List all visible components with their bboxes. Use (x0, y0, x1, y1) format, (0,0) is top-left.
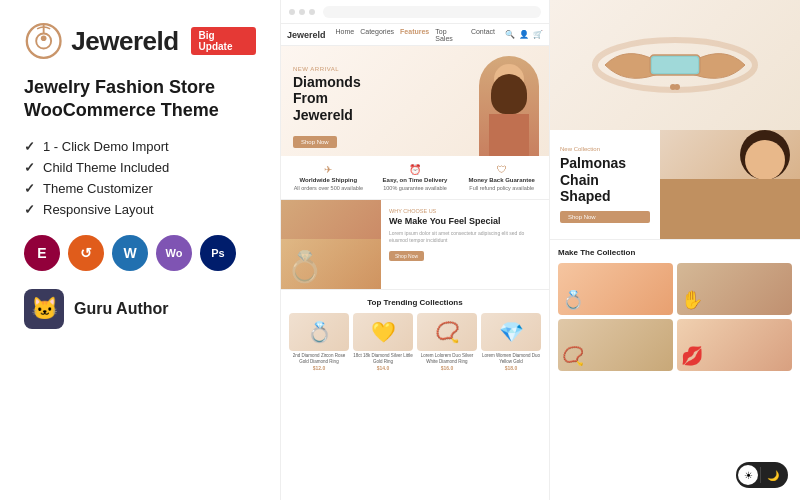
collection-section: Make The Collection 💍 ✋ 📿 💋 (550, 240, 800, 500)
elementor-icon[interactable]: E (24, 235, 60, 271)
trending-section: Top Trending Collections 💍 2nd Diamond Z… (281, 290, 549, 375)
shipping-title: Worldwide Shipping (300, 177, 358, 183)
collection-item-1[interactable]: 💍 (558, 263, 673, 315)
title-block: Jewelry Fashion Store WooCommerce Theme (24, 76, 256, 123)
collection-grid: 💍 ✋ 📿 💋 (558, 263, 792, 371)
hero-model-image (479, 56, 539, 156)
browser-dot-3 (309, 9, 315, 15)
woocommerce-icon[interactable]: Wo (156, 235, 192, 271)
browser-dot-1 (289, 9, 295, 15)
feature-label-4: Responsive Layout (43, 202, 154, 217)
palmonas-face (745, 140, 785, 180)
palmonas-section: New Collection PalmonasChainShaped Shop … (550, 130, 800, 240)
guru-label: Guru Author (74, 300, 169, 318)
feature-item-1: ✓ 1 - Click Demo Import (24, 139, 256, 154)
cart-icon[interactable]: 🛒 (533, 30, 543, 39)
left-panel: Jewereld Big Update Jewelry Fashion Stor… (0, 0, 280, 500)
model-hair (491, 74, 527, 114)
user-icon[interactable]: 👤 (519, 30, 529, 39)
nav-logo: Jewereld (287, 30, 326, 40)
photoshop-icon[interactable]: Ps (200, 235, 236, 271)
nav-categories[interactable]: Categories (360, 28, 394, 42)
right-panel: New Collection PalmonasChainShaped Shop … (550, 0, 800, 500)
nav-features-active[interactable]: Features (400, 28, 429, 42)
browser-content: New Arrival DiamondsFromJewereld Shop No… (281, 46, 549, 500)
trending-item-3[interactable]: 📿 Lorem Lolorem Duo Silver White Diamond… (417, 313, 477, 371)
hero-subtitle: New Arrival (293, 66, 361, 72)
dark-mode-option[interactable]: 🌙 (763, 465, 783, 485)
feel-section: 💍 Why Choose Us We Make You Feel Special… (281, 200, 549, 290)
logo-row: Jewereld Big Update (24, 20, 256, 62)
palmonas-text: New Collection PalmonasChainShaped Shop … (550, 130, 660, 239)
right-bottom: New Collection PalmonasChainShaped Shop … (550, 130, 800, 500)
check-icon-1: ✓ (24, 139, 35, 154)
shipping-icon: ✈ (324, 164, 332, 175)
moon-icon: 🌙 (767, 470, 779, 481)
hero-section: New Arrival DiamondsFromJewereld Shop No… (281, 46, 549, 156)
trending-img-2: 💛 (353, 313, 413, 351)
check-icon-3: ✓ (24, 181, 35, 196)
browser-dot-2 (299, 9, 305, 15)
light-mode-option[interactable]: ☀ (738, 465, 758, 485)
feel-image: 💍 (281, 200, 381, 289)
feature-shipping: ✈ Worldwide Shipping All orders over 500… (287, 164, 370, 191)
features-strip: ✈ Worldwide Shipping All orders over 500… (281, 156, 549, 200)
guarantee-title: Money Back Guarantee (469, 177, 535, 183)
collection-emoji-3: 📿 (562, 345, 584, 367)
trending-price-3: $16.0 (417, 365, 477, 371)
palmonas-model-image (660, 130, 800, 239)
tech-icons-row: E ↺ W Wo Ps (24, 235, 256, 271)
hero-title: DiamondsFromJewereld (293, 74, 361, 124)
wordpress-icon[interactable]: W (112, 235, 148, 271)
dark-mode-toggle[interactable]: ☀ 🌙 (736, 462, 788, 488)
delivery-title: Easy, on Time Delivery (383, 177, 448, 183)
nav-contact[interactable]: Contact (471, 28, 495, 42)
collection-title: Make The Collection (558, 248, 792, 257)
browser-nav: Jewereld Home Categories Features Top Sa… (281, 24, 549, 46)
trending-price-4: $18.0 (481, 365, 541, 371)
trending-img-1: 💍 (289, 313, 349, 351)
logo-text: Jewereld (71, 26, 178, 57)
trending-item-4[interactable]: 💎 Lorem Women Diamond Duo Yellow Gold $1… (481, 313, 541, 371)
feel-subtitle: Why Choose Us (389, 208, 541, 214)
nav-links: Home Categories Features Top Sales Conta… (336, 28, 495, 42)
feature-delivery: ⏰ Easy, on Time Delivery 100% guarantee … (374, 164, 457, 191)
trending-img-4: 💎 (481, 313, 541, 351)
feature-item-2: ✓ Child Theme Included (24, 160, 256, 175)
sun-icon: ☀ (744, 470, 753, 481)
feature-label-1: 1 - Click Demo Import (43, 139, 169, 154)
big-update-badge: Big Update (191, 27, 256, 55)
browser-bar (281, 0, 549, 24)
nav-home[interactable]: Home (336, 28, 355, 42)
collection-item-2[interactable]: ✋ (677, 263, 792, 315)
features-list: ✓ 1 - Click Demo Import ✓ Child Theme In… (24, 139, 256, 217)
feature-item-3: ✓ Theme Customizer (24, 181, 256, 196)
trending-name-2: 18ct 18k Diamond Silver Little Gold Ring (353, 353, 413, 365)
collection-item-4[interactable]: 💋 (677, 319, 792, 371)
middle-panel: Jewereld Home Categories Features Top Sa… (280, 0, 550, 500)
feel-shop-button[interactable]: Shop Now (389, 251, 424, 261)
nav-topsales[interactable]: Top Sales (435, 28, 465, 42)
bracelet-svg (575, 25, 775, 105)
hero-shop-button[interactable]: Shop Now (293, 136, 337, 148)
trending-item-2[interactable]: 💛 18ct 18k Diamond Silver Little Gold Ri… (353, 313, 413, 371)
trending-name-3: Lorem Lolorem Duo Silver White Diamond R… (417, 353, 477, 365)
guru-row: 🐱 Guru Author (24, 289, 256, 329)
check-icon-2: ✓ (24, 160, 35, 175)
trending-price-1: $12.0 (289, 365, 349, 371)
feature-item-4: ✓ Responsive Layout (24, 202, 256, 217)
trending-item-1[interactable]: 💍 2nd Diamond Zircon Rose Gold Diamond R… (289, 313, 349, 371)
svg-rect-6 (652, 57, 698, 73)
toggle-separator (760, 467, 761, 483)
hero-text-block: New Arrival DiamondsFromJewereld Shop No… (293, 66, 361, 148)
feature-guarantee: 🛡 Money Back Guarantee Full refund polic… (460, 164, 543, 191)
search-icon[interactable]: 🔍 (505, 30, 515, 39)
feature-label-2: Child Theme Included (43, 160, 169, 175)
browser-url-bar (323, 6, 541, 18)
palmonas-subtitle: New Collection (560, 146, 650, 152)
palmonas-shop-button[interactable]: Shop Now (560, 211, 650, 223)
guarantee-icon: 🛡 (497, 164, 507, 175)
customizer-icon[interactable]: ↺ (68, 235, 104, 271)
feel-text: Why Choose Us We Make You Feel Special L… (381, 200, 549, 289)
collection-item-3[interactable]: 📿 (558, 319, 673, 371)
